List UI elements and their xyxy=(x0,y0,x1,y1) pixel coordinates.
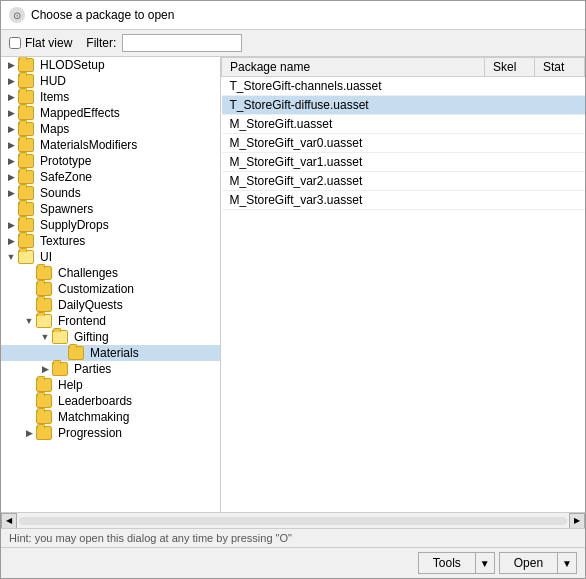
tree-item-ui[interactable]: UI xyxy=(1,249,220,265)
folder-icon-mappedeffects xyxy=(18,106,34,120)
skel-cell xyxy=(485,115,535,134)
tree-arrow-progression xyxy=(23,427,35,439)
tree-label-help: Help xyxy=(58,378,83,392)
tree-arrow-items xyxy=(5,91,17,103)
skel-cell xyxy=(485,191,535,210)
tree-item-supplydrops[interactable]: SupplyDrops xyxy=(1,217,220,233)
tree-arrow-textures xyxy=(5,235,17,247)
tree-item-prototype[interactable]: Prototype xyxy=(1,153,220,169)
tree-item-matchmaking[interactable]: Matchmaking xyxy=(1,409,220,425)
tree-item-dailyquests[interactable]: DailyQuests xyxy=(1,297,220,313)
tree-item-gifting[interactable]: Gifting xyxy=(1,329,220,345)
scroll-left-btn[interactable]: ◀ xyxy=(1,513,17,529)
table-row[interactable]: M_StoreGift_var3.uasset xyxy=(222,191,585,210)
status-hint: Hint: you may open this dialog at any ti… xyxy=(9,532,577,544)
table-row[interactable]: T_StoreGift-channels.uasset xyxy=(222,77,585,96)
tree-arrow-materialsmodifiers xyxy=(5,139,17,151)
tree-label-prototype: Prototype xyxy=(40,154,91,168)
tree-label-matchmaking: Matchmaking xyxy=(58,410,129,424)
tree-label-spawners: Spawners xyxy=(40,202,93,216)
tree-item-safezone[interactable]: SafeZone xyxy=(1,169,220,185)
tree-label-maps: Maps xyxy=(40,122,69,136)
tools-dropdown[interactable]: ▼ xyxy=(476,552,495,574)
tree-item-spawners[interactable]: Spawners xyxy=(1,201,220,217)
tree-arrow-mappedeffects xyxy=(5,107,17,119)
tree-view: HLODSetupHUDItemsMappedEffectsMapsMateri… xyxy=(1,57,220,441)
tree-item-maps[interactable]: Maps xyxy=(1,121,220,137)
tree-label-dailyquests: DailyQuests xyxy=(58,298,123,312)
scroll-right-btn[interactable]: ▶ xyxy=(569,513,585,529)
tree-arrow-safezone xyxy=(5,171,17,183)
flat-view-checkbox[interactable] xyxy=(9,37,21,49)
tree-item-materialsmodifiers[interactable]: MaterialsModifiers xyxy=(1,137,220,153)
stat-cell xyxy=(535,172,585,191)
table-row[interactable]: M_StoreGift.uasset xyxy=(222,115,585,134)
folder-icon-leaderboards xyxy=(36,394,52,408)
stat-cell xyxy=(535,115,585,134)
tree-item-challenges[interactable]: Challenges xyxy=(1,265,220,281)
tree-item-hud[interactable]: HUD xyxy=(1,73,220,89)
package-name-cell: T_StoreGift-diffuse.uasset xyxy=(222,96,485,115)
stat-cell xyxy=(535,96,585,115)
package-name-cell: M_StoreGift_var0.uasset xyxy=(222,134,485,153)
table-row[interactable]: M_StoreGift_var1.uasset xyxy=(222,153,585,172)
skel-cell xyxy=(485,134,535,153)
tree-item-leaderboards[interactable]: Leaderboards xyxy=(1,393,220,409)
skel-cell xyxy=(485,77,535,96)
table-row[interactable]: M_StoreGift_var2.uasset xyxy=(222,172,585,191)
folder-icon-supplydrops xyxy=(18,218,34,232)
bottom-scrollbar: ◀ ▶ xyxy=(1,512,585,528)
table-row[interactable]: M_StoreGift_var0.uasset xyxy=(222,134,585,153)
tree-item-materials[interactable]: Materials xyxy=(1,345,220,361)
tree-item-frontend[interactable]: Frontend xyxy=(1,313,220,329)
col-skel: Skel xyxy=(485,58,535,77)
tree-label-supplydrops: SupplyDrops xyxy=(40,218,109,232)
folder-icon-gifting xyxy=(52,330,68,344)
filter-input[interactable] xyxy=(122,34,242,52)
tree-item-items[interactable]: Items xyxy=(1,89,220,105)
folder-icon-materialsmodifiers xyxy=(18,138,34,152)
flat-view-label[interactable]: Flat view xyxy=(9,36,72,50)
folder-icon-hlodsetup xyxy=(18,58,34,72)
open-dropdown[interactable]: ▼ xyxy=(558,552,577,574)
tree-item-progression[interactable]: Progression xyxy=(1,425,220,441)
tree-label-textures: Textures xyxy=(40,234,85,248)
folder-icon-items xyxy=(18,90,34,104)
tree-label-gifting: Gifting xyxy=(74,330,109,344)
tree-label-frontend: Frontend xyxy=(58,314,106,328)
tools-button[interactable]: Tools xyxy=(418,552,476,574)
folder-icon-sounds xyxy=(18,186,34,200)
folder-icon-maps xyxy=(18,122,34,136)
tree-item-mappedeffects[interactable]: MappedEffects xyxy=(1,105,220,121)
folder-icon-ui xyxy=(18,250,34,264)
tree-item-customization[interactable]: Customization xyxy=(1,281,220,297)
tree-item-hlodsetup[interactable]: HLODSetup xyxy=(1,57,220,73)
tree-item-textures[interactable]: Textures xyxy=(1,233,220,249)
folder-icon-parties xyxy=(52,362,68,376)
col-stat: Stat xyxy=(535,58,585,77)
scroll-track[interactable] xyxy=(19,517,567,525)
tree-arrow-prototype xyxy=(5,155,17,167)
tree-label-progression: Progression xyxy=(58,426,122,440)
tree-arrow-maps xyxy=(5,123,17,135)
tree-arrow-ui xyxy=(5,251,17,263)
folder-icon-help xyxy=(36,378,52,392)
folder-icon-customization xyxy=(36,282,52,296)
tree-item-parties[interactable]: Parties xyxy=(1,361,220,377)
bottom-buttons: Tools ▼ Open ▼ xyxy=(1,547,585,578)
tree-item-help[interactable]: Help xyxy=(1,377,220,393)
open-button[interactable]: Open xyxy=(499,552,558,574)
tree-label-parties: Parties xyxy=(74,362,111,376)
toolbar: Flat view Filter: xyxy=(1,30,585,57)
tree-label-safezone: SafeZone xyxy=(40,170,92,184)
package-name-cell: M_StoreGift_var1.uasset xyxy=(222,153,485,172)
main-content: HLODSetupHUDItemsMappedEffectsMapsMateri… xyxy=(1,57,585,512)
window-icon: ⊙ xyxy=(9,7,25,23)
tree-item-sounds[interactable]: Sounds xyxy=(1,185,220,201)
tree-arrow-supplydrops xyxy=(5,219,17,231)
table-row[interactable]: T_StoreGift-diffuse.uasset xyxy=(222,96,585,115)
tree-label-items: Items xyxy=(40,90,69,104)
tree-label-leaderboards: Leaderboards xyxy=(58,394,132,408)
tree-label-sounds: Sounds xyxy=(40,186,81,200)
tree-label-materialsmodifiers: MaterialsModifiers xyxy=(40,138,137,152)
